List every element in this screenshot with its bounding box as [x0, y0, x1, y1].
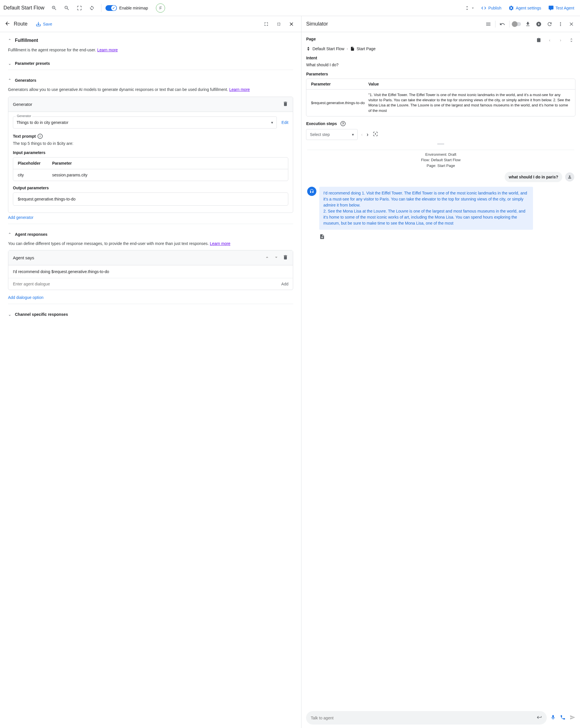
play-icon[interactable] — [535, 20, 543, 28]
environment-info: Environment: Draft Flow: Default Start F… — [307, 152, 574, 168]
agent-says-card: Agent says I'd recommend doing $request.… — [8, 250, 293, 290]
input-params-label: Input parameters — [13, 150, 288, 155]
channel-specific-title: Channel specific responses — [15, 312, 68, 317]
transcript-icon[interactable] — [307, 234, 574, 240]
generators-header[interactable]: ⌃ Generators — [8, 78, 293, 83]
chevron-up-icon: ⌃ — [8, 78, 11, 83]
top-toolbar: Default Start Flow ✓ Enable minimap F Pu… — [0, 0, 580, 16]
prev-step-icon[interactable]: ‹ — [361, 132, 362, 137]
back-icon[interactable] — [5, 21, 10, 27]
menu-icon[interactable] — [484, 20, 492, 28]
undo-icon[interactable] — [498, 20, 506, 28]
placeholder-column: Placeholder — [18, 161, 52, 165]
expand-icon[interactable] — [261, 19, 271, 29]
intent-label: Intent — [306, 56, 575, 60]
phone-icon[interactable] — [560, 714, 566, 721]
table-row: city session.params.city — [13, 169, 288, 181]
prev-icon[interactable]: ‹ — [546, 36, 554, 44]
help-icon[interactable]: i — [37, 134, 43, 139]
agent-settings-button[interactable]: Agent settings — [506, 3, 544, 12]
next-step-icon[interactable]: › — [366, 131, 368, 138]
delete-icon[interactable] — [282, 254, 288, 261]
collapse-icon[interactable] — [274, 19, 284, 29]
agent-dialogue-input[interactable] — [13, 282, 281, 286]
generator-card: Generator Generator Things to do in city… — [8, 97, 293, 213]
test-agent-button[interactable]: Test Agent — [546, 3, 577, 12]
mic-icon[interactable] — [550, 714, 556, 721]
enter-icon[interactable] — [536, 714, 542, 721]
value-col-header: Value — [368, 82, 571, 86]
param-col-header: Parameter — [311, 82, 368, 86]
delete-icon[interactable] — [282, 101, 288, 108]
table-row: $request.generative.things-to-do "1. Vis… — [306, 89, 575, 116]
clipboard-icon[interactable] — [535, 36, 543, 44]
chevron-up-icon: ⌃ — [8, 38, 11, 43]
agent-responses-desc: You can define different types of respon… — [8, 241, 293, 247]
generator-select-label: Generator — [16, 114, 32, 118]
agent-responses-title: Agent responses — [15, 232, 48, 237]
download-icon[interactable] — [524, 20, 532, 28]
fulfillment-section-header[interactable]: ⌃ Fulfillment — [8, 38, 293, 43]
channel-specific-header[interactable]: ⌄ Channel specific responses — [8, 312, 293, 317]
send-icon[interactable] — [570, 714, 575, 721]
chevron-down-icon: ⌄ — [8, 61, 11, 66]
simulator-title: Simulator — [306, 21, 328, 27]
collapse-small-icon[interactable] — [568, 36, 575, 44]
minimap-label: Enable minimap — [119, 6, 148, 10]
agent-response-text[interactable]: I'd recommend doing $request.generative.… — [8, 265, 293, 278]
fulfillment-title: Fulfillment — [15, 38, 38, 43]
agent-responses-learn-more[interactable]: Learn more — [210, 241, 230, 246]
simulator-toggle[interactable] — [513, 22, 521, 26]
person-icon — [565, 173, 574, 182]
fulfillment-learn-more[interactable]: Learn more — [97, 48, 118, 52]
save-button[interactable]: Save — [35, 21, 52, 27]
focus-icon[interactable] — [372, 131, 378, 138]
chat-input[interactable] — [311, 716, 536, 720]
intent-value: What should I do? — [306, 62, 575, 67]
agent-says-title: Agent says — [13, 255, 34, 260]
fulfillment-desc: Fulfillment is the agent response for th… — [8, 47, 293, 53]
dropdown-icon: ▾ — [271, 120, 273, 125]
step-select[interactable]: Select step ▾ — [306, 129, 358, 140]
add-dialogue-option-button[interactable]: Add dialogue option — [8, 293, 44, 302]
minimap-toggle[interactable]: ✓ Enable minimap — [106, 5, 148, 11]
agent-responses-header[interactable]: ⌃ Agent responses — [8, 232, 293, 237]
resize-handle[interactable] — [306, 143, 575, 145]
text-prompt-label: Text prompt i — [13, 134, 288, 139]
refresh-icon[interactable] — [546, 20, 554, 28]
simulator-header: Simulator — [301, 16, 580, 32]
param-presets-header[interactable]: ⌄ Parameter presets — [8, 61, 293, 66]
chevron-down-icon: ⌄ — [8, 312, 11, 317]
fit-screen-icon[interactable] — [74, 3, 85, 13]
next-icon[interactable]: › — [556, 36, 564, 44]
user-message: what should I do in paris? — [307, 172, 574, 182]
svg-point-0 — [375, 134, 376, 134]
more-icon[interactable] — [556, 20, 564, 28]
breadcrumb: Default Start Flow - Start Page — [306, 47, 575, 51]
add-response-button[interactable]: Add — [281, 282, 288, 286]
edit-link[interactable]: Edit — [281, 120, 288, 125]
add-generator-button[interactable]: Add generator — [8, 213, 33, 222]
zoom-out-icon[interactable] — [62, 3, 72, 13]
route-header: Route Save — [0, 16, 301, 32]
generators-title: Generators — [15, 78, 36, 83]
breadcrumb-page[interactable]: Start Page — [350, 47, 376, 51]
avatar[interactable]: F — [156, 3, 165, 12]
move-down-icon[interactable] — [273, 254, 279, 261]
rotate-icon[interactable] — [87, 3, 97, 13]
zoom-in-icon[interactable] — [49, 3, 59, 13]
toolbar-divider — [101, 4, 102, 12]
generators-desc: Generators allow you to use generative A… — [8, 87, 293, 93]
publish-button[interactable]: Publish — [478, 3, 504, 12]
help-icon[interactable]: ? — [340, 121, 346, 126]
close-icon[interactable] — [286, 19, 297, 29]
breadcrumb-flow[interactable]: Default Start Flow — [306, 47, 344, 51]
output-params-box: $request.generative.things-to-do — [13, 192, 288, 206]
sort-menu-button[interactable] — [463, 4, 476, 12]
generators-learn-more[interactable]: Learn more — [229, 87, 250, 92]
close-icon[interactable] — [568, 20, 575, 28]
chevron-up-icon: ⌃ — [8, 232, 11, 237]
generator-select[interactable]: Generator Things to do in city generator… — [13, 116, 277, 129]
parameters-label: Parameters — [306, 72, 575, 76]
move-up-icon[interactable] — [264, 254, 270, 261]
